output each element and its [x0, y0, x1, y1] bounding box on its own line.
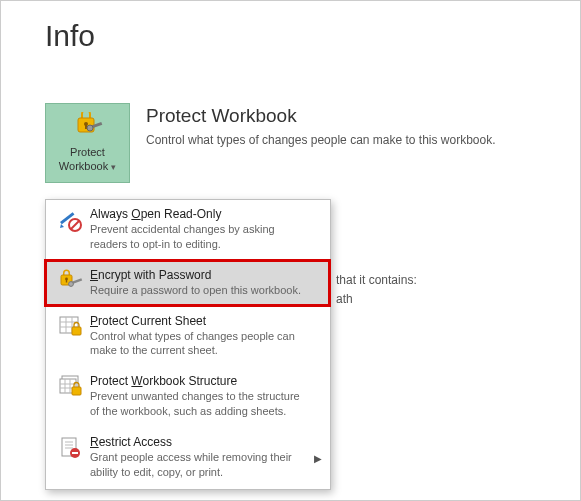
obscured-text: that it contains: ath [336, 271, 417, 309]
svg-rect-5 [60, 212, 74, 224]
svg-rect-32 [72, 452, 78, 454]
menu-desc: Grant people access while removing their… [90, 450, 310, 480]
page-title: Info [1, 1, 580, 53]
menu-item-protect-workbook-structure[interactable]: Protect Workbook Structure Prevent unwan… [46, 367, 330, 428]
menu-item-restrict-access[interactable]: Restrict Access Grant people access whil… [46, 428, 330, 489]
menu-title: Always Open Read-Only [90, 207, 320, 221]
menu-title: Protect Workbook Structure [90, 374, 320, 388]
menu-desc: Prevent accidental changes by asking rea… [90, 222, 310, 252]
menu-title: Restrict Access [90, 435, 320, 449]
section-description: Control what types of changes people can… [146, 133, 496, 147]
section-heading: Protect Workbook [146, 105, 496, 127]
svg-rect-11 [66, 279, 67, 283]
obscured-line1: that it contains: [336, 273, 417, 287]
workbook-lock-icon [56, 374, 86, 399]
protect-button-line2: Workbook [59, 160, 108, 172]
sheet-lock-icon [56, 314, 86, 339]
protect-workbook-row: Protect Workbook▾ Protect Workbook Contr… [1, 53, 580, 183]
obscured-line2: ath [336, 292, 353, 306]
menu-desc: Require a password to open this workbook… [90, 283, 310, 298]
svg-point-4 [87, 125, 93, 131]
menu-title: Encrypt with Password [90, 268, 320, 282]
menu-desc: Control what types of changes people can… [90, 329, 310, 359]
submenu-arrow-icon: ▶ [314, 453, 322, 464]
menu-title: Protect Current Sheet [90, 314, 320, 328]
svg-marker-6 [60, 224, 64, 228]
pencil-prohibit-icon [56, 207, 86, 232]
lock-key-icon [73, 112, 103, 145]
svg-rect-26 [72, 387, 81, 395]
menu-item-encrypt-with-password[interactable]: Encrypt with Password Require a password… [46, 261, 330, 307]
protect-button-label: Protect Workbook▾ [59, 145, 116, 174]
protect-workbook-text: Protect Workbook Control what types of c… [130, 103, 496, 147]
protect-button-line1: Protect [70, 146, 105, 158]
menu-desc: Prevent unwanted changes to the structur… [90, 389, 310, 419]
protect-workbook-button[interactable]: Protect Workbook▾ [45, 103, 130, 183]
menu-item-always-open-read-only[interactable]: Always Open Read-Only Prevent accidental… [46, 200, 330, 261]
chevron-down-icon: ▾ [111, 162, 116, 172]
svg-point-13 [69, 281, 74, 286]
document-restrict-icon [56, 435, 86, 460]
protect-workbook-dropdown: Always Open Read-Only Prevent accidental… [45, 199, 331, 490]
svg-rect-19 [72, 327, 81, 335]
menu-item-protect-current-sheet[interactable]: Protect Current Sheet Control what types… [46, 307, 330, 368]
svg-line-8 [71, 221, 79, 229]
lock-key-small-icon [56, 268, 86, 293]
